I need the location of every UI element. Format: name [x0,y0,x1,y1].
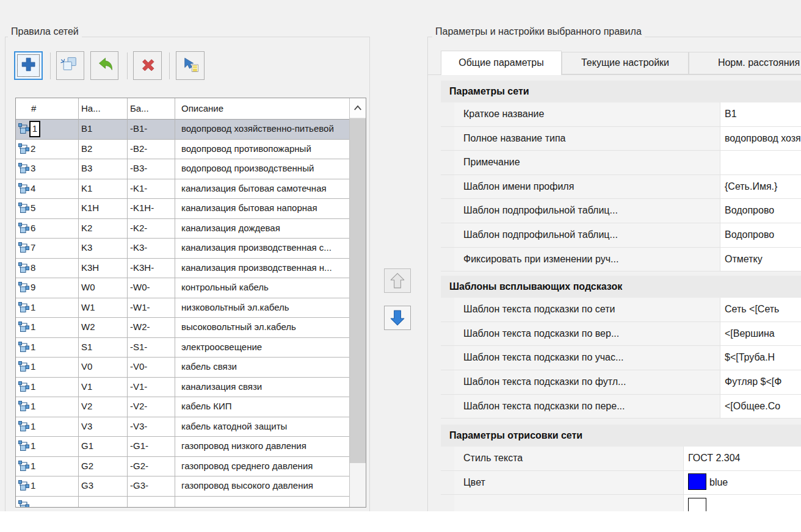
prop-row[interactable]: Шаблон текста подсказки по учас... $<[Тр… [441,346,801,370]
network-icon [18,162,30,174]
prop-label: Шаблон текста подсказки по футл... [454,370,720,394]
prop-value[interactable]: {Сеть.Имя.} [720,175,801,199]
network-icon [18,381,30,393]
move-up-button[interactable] [384,268,411,293]
network-rules-dialog: Правила сетей [0,0,801,511]
prop-label: Фиксировать при изменении руч... [454,248,720,271]
column-divider [78,98,79,507]
tab-current-settings[interactable]: Текущие настройки [562,52,689,74]
prop-row[interactable]: Стиль текста ГОСТ 2.304 [441,447,801,471]
prop-label: Шаблон имени профиля [454,175,720,199]
scrollbar-up-button[interactable] [350,98,366,118]
prop-row[interactable]: Шаблон текста подсказки по футл... Футля… [441,370,801,395]
prop-value[interactable]: B1 [720,102,801,126]
prop-value[interactable]: Футляр $<[Ф [720,370,801,394]
table-row[interactable]: 4 K1 -K1- канализация бытовая самотечная [16,179,350,200]
table-row-partial[interactable] [16,497,350,508]
network-icon [18,500,30,508]
copy-rule-button[interactable] [56,51,84,80]
prop-row[interactable]: Шаблон текста подсказки по вер... <[Верш… [441,322,801,347]
copy-icon [60,54,81,77]
rules-table: # На... Ба... Описание 1 B1 -B1- водопро… [15,98,366,508]
prop-row[interactable]: Шаблон имени профиля {Сеть.Имя.} [441,175,801,200]
toolbar-separator [127,52,128,79]
table-row[interactable]: 7 K3 -K3- канализация производственная с… [16,239,350,259]
table-row[interactable]: 8 K3H -K3H- канализация производственная… [16,259,350,279]
prop-value[interactable]: <[Общее.Со [720,395,801,419]
table-row[interactable]: 1 G2 -G2- газопровод среднего давления [16,457,350,477]
prop-value[interactable]: Водопрово [720,223,801,247]
prop-value[interactable]: $<[Труба.Н [720,346,801,370]
prop-label: Шаблон текста подсказки по вер... [454,322,720,346]
prop-value[interactable]: Водопрово [720,199,801,223]
delete-x-icon [137,54,158,77]
prop-row[interactable]: Шаблон текста подсказки по сети Сеть <[С… [441,298,801,322]
prop-value[interactable]: <[Вершина [720,322,801,346]
prop-row[interactable]: Цвет blue [441,471,801,495]
category-network-parameters: Параметры сети [441,81,801,102]
table-row[interactable]: 9 W0 -W0- контрольный кабель [16,278,350,298]
column-divider [175,98,175,507]
prop-label: Стиль текста [454,447,684,470]
network-icon [18,341,30,353]
prop-row[interactable]: Краткое название B1 [441,102,801,127]
column-header-num[interactable]: # [31,98,36,118]
prop-label: Шаблон подпрофильной таблиц... [454,223,720,247]
network-icon [18,123,30,135]
table-row[interactable]: 1 W2 -W2- высоковольтный эл.кабель [16,318,350,338]
undo-button[interactable] [90,51,118,80]
prop-row[interactable]: Шаблон текста подсказки по пере... <[Общ… [441,395,801,419]
prop-row[interactable]: Шаблон подпрофильной таблиц... Водопрово [441,199,801,223]
network-icon [18,361,30,373]
table-row[interactable]: 1 W1 -W1- низковольтный эл.кабель [16,298,350,318]
table-row[interactable]: 5 K1H -K1H- канализация бытовая напорная [16,199,350,219]
table-scrollbar[interactable] [349,98,366,507]
table-row[interactable]: 2 B2 -B2- водопровод противопожарный [16,140,350,160]
prop-row-partial[interactable] [441,495,801,511]
category-network-drawing-parameters: Параметры отрисовки сети [441,425,801,447]
column-header-desc[interactable]: Описание [181,98,223,118]
prop-label: Шаблон текста подсказки по сети [454,298,720,322]
table-row[interactable]: 1 B1 -B1- водопровод хозяйственно-питьев… [16,120,350,140]
prop-value[interactable]: ГОСТ 2.304 [684,447,801,470]
network-icon [18,480,30,492]
prop-label: Шаблон подпрофильной таблиц... [454,199,720,223]
network-icon [18,143,30,155]
prop-row[interactable]: Примечание [441,151,801,175]
prop-value[interactable]: водопровод хозяйственно-питьевой [720,127,801,151]
table-row[interactable]: 1 G1 -G1- газопровод низкого давления [16,437,350,457]
prop-row[interactable]: Полное название типа водопровод хозяйств… [441,127,801,151]
prop-value[interactable]: Сеть <[Сеть [720,298,801,322]
network-icon [18,281,30,293]
prop-value-color[interactable] [684,495,801,511]
table-row[interactable]: 1 V3 -V3- кабель катодной защиты [16,417,350,437]
parameters-groupbox-title: Параметры и настройки выбранного правила [432,26,645,37]
table-row[interactable]: 6 K2 -K2- канализация дождевая [16,219,350,239]
tab-general-parameters[interactable]: Общие параметры [441,51,562,75]
prop-label [454,495,684,511]
add-rule-button[interactable] [14,51,43,80]
column-header-name[interactable]: На... [81,98,101,118]
move-down-button[interactable] [384,306,411,330]
delete-rule-button[interactable] [133,51,162,80]
rules-table-header: # На... Ба... Описание [16,98,350,120]
table-row[interactable]: 1 G3 -G3- газопровод высокого давления [16,476,350,497]
export-list-icon [180,54,201,77]
table-row[interactable]: 1 V2 -V2- кабель КИП [16,397,350,417]
prop-label: Шаблон текста подсказки по пере... [454,395,720,419]
column-header-base[interactable]: Ба... [130,98,149,118]
column-divider [127,98,128,507]
prop-row[interactable]: Фиксировать при изменении руч... Отметку [441,248,801,272]
export-rules-button[interactable] [176,51,205,80]
rules-table-body: 1 B1 -B1- водопровод хозяйственно-питьев… [16,120,350,507]
prop-value[interactable]: Отметку [720,248,801,271]
table-row[interactable]: 1 S1 -S1- электроосвещение [16,338,350,358]
prop-row[interactable]: Шаблон подпрофильной таблиц... Водопрово [441,223,801,248]
table-row[interactable]: 3 B3 -B3- водопровод производственный [16,159,350,179]
prop-value[interactable] [720,151,801,174]
prop-value-color[interactable]: blue [684,471,801,495]
table-row[interactable]: 1 V1 -V1- канализация связи [16,378,350,398]
table-row[interactable]: 1 V0 -V0- кабель связи [16,358,350,378]
tab-normative-distances[interactable]: Норм. расстояния [689,52,801,74]
scrollbar-thumb[interactable] [350,118,366,463]
